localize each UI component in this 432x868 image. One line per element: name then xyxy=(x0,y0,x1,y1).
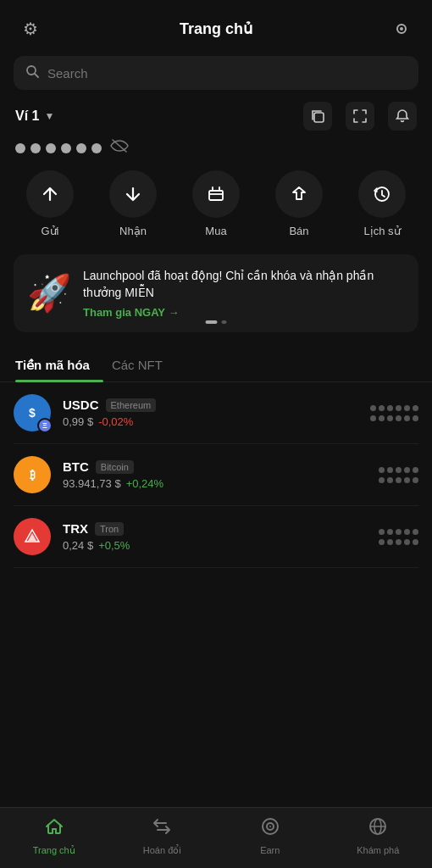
send-icon xyxy=(26,170,74,218)
balance-dot xyxy=(387,539,393,545)
balance-dot xyxy=(404,529,410,535)
token-list: $ Ξ USDC Ethereum 0,99 $ -0,02% xyxy=(0,382,432,568)
balance-hidden-row xyxy=(0,136,432,170)
svg-rect-6 xyxy=(209,191,223,200)
buy-label: Mua xyxy=(205,225,226,237)
sell-label: Bán xyxy=(289,225,308,237)
expand-icon[interactable] xyxy=(346,102,374,131)
actions-row: Gửi Nhận Mua Bán xyxy=(0,170,432,254)
balance-dot xyxy=(387,467,393,473)
trx-change: +0,5% xyxy=(98,539,130,552)
balance-dot xyxy=(379,477,385,483)
balance-dot xyxy=(61,143,71,153)
nav-swap[interactable]: Hoán đổi xyxy=(108,808,217,868)
swap-icon xyxy=(152,816,172,842)
balance-dot xyxy=(379,529,385,535)
balance-dot xyxy=(387,415,393,421)
btc-info: BTC Bitcoin 93.941,73 $ +0,24% xyxy=(63,459,367,490)
search-placeholder: Search xyxy=(47,66,88,81)
ethereum-chain-badge: Ξ xyxy=(37,418,53,433)
sell-action[interactable]: Bán xyxy=(275,170,323,237)
balance-dot xyxy=(396,529,402,535)
nav-home[interactable]: Trang chủ xyxy=(0,808,108,868)
wallet-selector[interactable]: Ví 1 ▼ xyxy=(15,108,54,124)
launchpool-banner[interactable]: 🚀 Launchpool đã hoạt động! Chỉ cần khóa … xyxy=(14,254,418,332)
header: ⚙ Trang chủ xyxy=(0,0,432,53)
balance-dot xyxy=(404,467,410,473)
copy-address-icon[interactable] xyxy=(303,102,332,131)
settings-icon[interactable]: ⚙ xyxy=(17,15,44,42)
btc-price: 93.941,73 $ xyxy=(63,477,121,490)
trx-icon xyxy=(14,518,51,555)
balance-dot xyxy=(404,539,410,545)
trx-network: Tron xyxy=(95,522,124,536)
balance-dot xyxy=(379,415,385,421)
balance-dot xyxy=(413,539,418,545)
notification-icon[interactable] xyxy=(388,102,417,131)
scan-icon[interactable] xyxy=(388,15,415,42)
balance-dot xyxy=(396,477,402,483)
trx-balance xyxy=(379,529,418,545)
sell-icon xyxy=(275,170,323,218)
banner-title: Launchpool đã hoạt động! Chỉ cần khóa và… xyxy=(83,268,405,301)
explore-icon xyxy=(368,816,388,842)
tab-nft[interactable]: Các NFT xyxy=(112,349,176,381)
svg-point-1 xyxy=(400,27,403,31)
usdc-icon: $ Ξ xyxy=(14,394,51,431)
buy-action[interactable]: Mua xyxy=(192,170,240,237)
nav-home-label: Trang chủ xyxy=(33,845,75,856)
balance-dot xyxy=(370,405,376,411)
send-action[interactable]: Gửi xyxy=(26,170,74,237)
receive-icon xyxy=(109,170,157,218)
svg-text:₿: ₿ xyxy=(30,469,36,481)
wallet-action-icons xyxy=(303,102,417,131)
trx-symbol: TRX xyxy=(63,521,88,536)
token-item-btc[interactable]: ₿ BTC Bitcoin 93.941,73 $ +0,24% xyxy=(14,444,418,506)
banner-dot-active xyxy=(206,320,218,324)
nav-explore[interactable]: Khám phá xyxy=(324,808,433,868)
banner-rocket-icon: 🚀 xyxy=(27,275,71,311)
trx-info: TRX Tron 0,24 $ +0,5% xyxy=(63,521,367,552)
balance-dot xyxy=(396,467,402,473)
btc-change: +0,24% xyxy=(126,477,163,490)
usdc-balance xyxy=(370,405,418,421)
balance-dot xyxy=(413,529,418,535)
home-icon xyxy=(44,816,64,842)
nav-explore-label: Khám phá xyxy=(357,845,399,855)
history-action[interactable]: Lịch sử xyxy=(358,170,406,237)
usdc-network: Ethereum xyxy=(106,398,157,412)
tab-crypto[interactable]: Tiền mã hóa xyxy=(15,349,103,381)
token-item-usdc[interactable]: $ Ξ USDC Ethereum 0,99 $ -0,02% xyxy=(14,382,418,444)
balance-dot xyxy=(379,405,385,411)
balance-dot xyxy=(370,415,376,421)
balance-dot xyxy=(30,143,41,153)
balance-dot xyxy=(91,143,102,153)
chevron-down-icon: ▼ xyxy=(44,110,54,122)
balance-dot xyxy=(387,405,393,411)
usdc-price: 0,99 $ xyxy=(63,415,93,428)
balance-dot xyxy=(413,415,418,421)
search-bar[interactable]: Search xyxy=(14,56,418,90)
wallet-name-label: Ví 1 xyxy=(15,108,39,124)
receive-action[interactable]: Nhận xyxy=(109,170,157,237)
receive-label: Nhận xyxy=(119,225,147,237)
balance-dot xyxy=(387,529,393,535)
btc-network: Bitcoin xyxy=(96,460,134,474)
wallet-row: Ví 1 ▼ xyxy=(0,102,432,136)
hide-balance-icon[interactable] xyxy=(110,139,129,157)
banner-cta-button[interactable]: Tham gia NGAY → xyxy=(83,306,405,319)
btc-balance xyxy=(379,467,418,483)
balance-dot xyxy=(413,467,418,473)
token-item-trx[interactable]: TRX Tron 0,24 $ +0,5% xyxy=(14,506,418,568)
balance-dot xyxy=(413,477,418,483)
banner-dot xyxy=(222,320,227,324)
balance-dot xyxy=(379,539,385,545)
nav-earn[interactable]: Earn xyxy=(216,808,324,868)
usdc-change: -0,02% xyxy=(98,415,133,428)
balance-dot xyxy=(396,405,402,411)
search-icon xyxy=(25,64,39,81)
usdc-symbol: USDC xyxy=(63,398,99,412)
balance-dot xyxy=(396,539,402,545)
history-label: Lịch sử xyxy=(363,225,400,237)
btc-symbol: BTC xyxy=(63,459,89,474)
